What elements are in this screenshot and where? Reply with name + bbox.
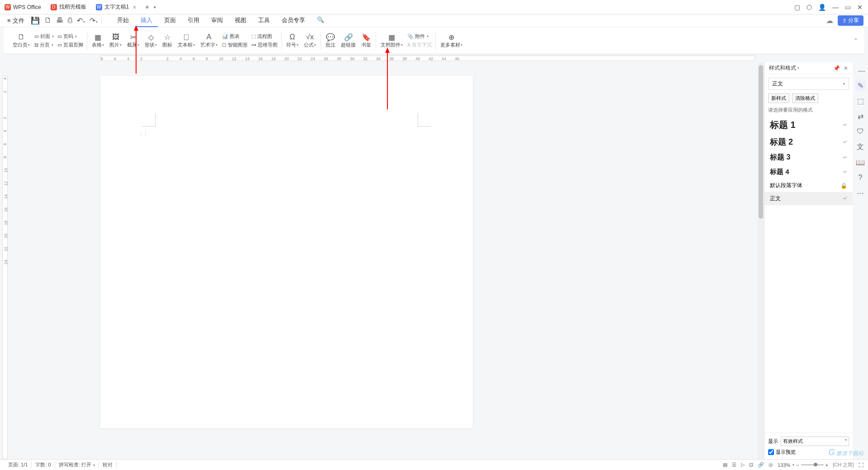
new-style-button[interactable]: 新样式 (768, 94, 789, 103)
rib-cover[interactable]: ▭封面▾ (34, 33, 54, 40)
rib-symbol[interactable]: Ω符号▾ (283, 33, 301, 48)
scroll-thumb[interactable] (759, 65, 763, 219)
rib-more[interactable]: ⊕更多素材▾ (438, 33, 465, 48)
ruler-horizontal[interactable]: 8642246810121416182022242628303234363840… (10, 54, 755, 62)
rib-hyperlink[interactable]: 🔗超链接 (338, 33, 359, 48)
rib-section[interactable]: ⊟分页▾ (34, 42, 54, 48)
rib-comment[interactable]: 💬批注 (323, 33, 338, 48)
fullscreen-icon[interactable]: ⛶ (859, 462, 863, 468)
tab-add-button[interactable]: + (142, 3, 153, 11)
maximize-icon[interactable]: ▭ (845, 4, 851, 11)
rib-bookmark[interactable]: 🔖书签 (359, 33, 374, 48)
style-item-标题 2[interactable]: 标题 2↵ (764, 134, 853, 150)
display-selector[interactable]: 有效样式▾ (781, 437, 849, 446)
protect-icon[interactable]: 🛡 (855, 127, 865, 136)
close-icon[interactable]: ✕ (857, 4, 863, 11)
tab-app[interactable]: W WPS Office (0, 1, 46, 14)
menu-reference[interactable]: 引用 (182, 14, 205, 27)
rib-page-num[interactable]: ▭页码▾ (57, 33, 83, 40)
rib-table[interactable]: ▦表格▾ (89, 33, 107, 48)
rib-header-footer[interactable]: ▭页眉页脚 (57, 42, 83, 48)
tab-document[interactable]: W 文字文稿1 × (91, 1, 142, 14)
save-icon[interactable]: 💾 (31, 16, 40, 25)
menu-member[interactable]: 会员专享 (276, 14, 311, 27)
status-spellcheck[interactable]: 拼写检查: 打开 ▾ (55, 461, 99, 468)
rib-attachment[interactable]: 📎附件▾ (407, 33, 432, 40)
translate-icon[interactable]: 文 (855, 142, 865, 152)
rib-flowchart[interactable]: ⬚流程图 (251, 33, 278, 40)
more-tools-icon[interactable]: ⋯ (855, 188, 865, 198)
print-quick-icon[interactable]: ⎙ (68, 16, 72, 25)
style-item-标题 4[interactable]: 标题 4↵ (764, 165, 853, 179)
tab-close-icon[interactable]: × (132, 4, 136, 11)
menu-search-icon[interactable]: 🔍 (311, 14, 330, 27)
style-item-标题 1[interactable]: 标题 1↵ (764, 116, 853, 134)
menu-review[interactable]: 审阅 (206, 14, 228, 27)
document-page[interactable]: ⋮⋮ (100, 76, 473, 428)
rib-mindmap[interactable]: ⊶思维导图 (251, 42, 278, 48)
share-button[interactable]: ⇪ 分享 (838, 15, 863, 26)
print-icon[interactable]: 🖶 (56, 16, 63, 25)
scrollbar-vertical[interactable] (758, 62, 764, 459)
rib-textbox[interactable]: ⎕文本框▾ (175, 33, 198, 48)
status-proofread[interactable]: 校对 (99, 461, 117, 468)
view-mode4-icon[interactable]: ⊡ (749, 462, 753, 468)
status-words[interactable]: 字数: 0 (32, 461, 55, 468)
rib-smartart[interactable]: ⬡智能图形 (222, 42, 248, 48)
cursor-handle[interactable]: ⋮⋮ (139, 131, 148, 136)
rib-shape[interactable]: ◇形状▾ (142, 33, 160, 48)
rib-wordart[interactable]: A艺术字▾ (198, 33, 220, 48)
style-default-font[interactable]: 默认段落字体 🔒 (764, 179, 853, 192)
cube-icon[interactable]: ⬡ (807, 4, 812, 11)
menu-view[interactable]: 视图 (229, 14, 252, 27)
zoom-slider[interactable] (801, 464, 824, 465)
focus-icon[interactable]: ◎ (769, 462, 773, 468)
redo-icon[interactable]: ↷▾ (90, 16, 98, 25)
style-body-text[interactable]: 正文 ↵ (764, 192, 853, 205)
rib-screenshot[interactable]: ✂截屏▾ (124, 33, 142, 48)
tab-template[interactable]: D 找稻壳模板 (46, 1, 91, 14)
rib-blank-page[interactable]: 🗋 空白页▾ (10, 33, 33, 48)
collapse-panel-icon[interactable]: — (858, 67, 865, 75)
rib-icon-btn[interactable]: ☆图标 (160, 33, 175, 48)
ime-status[interactable]: [CH 之简] (833, 461, 854, 468)
view-mode3-icon[interactable]: ▷ (741, 462, 745, 468)
rib-dropcap[interactable]: A首字下沉 (407, 42, 432, 48)
edit-tool-icon[interactable]: ✎ (855, 80, 865, 90)
menu-insert[interactable]: 插入 (135, 14, 158, 27)
document-canvas[interactable]: ⋮⋮ (10, 62, 758, 459)
link-icon[interactable]: 🔗 (758, 462, 764, 468)
tab-add-dropdown[interactable]: ▾ (154, 5, 156, 9)
rib-chart[interactable]: 📊图表 (222, 33, 248, 40)
zoom-in-icon[interactable]: + (826, 462, 828, 468)
help-icon[interactable]: ? (855, 173, 865, 183)
cloud-icon[interactable]: ☁ (826, 16, 833, 25)
view-mode2-icon[interactable]: ☰ (732, 462, 736, 468)
pin-icon[interactable]: 📌 (833, 65, 840, 71)
style-selector[interactable]: 正文 ▾ (768, 78, 849, 90)
style-item-标题 3[interactable]: 标题 3↵ (764, 150, 853, 165)
menu-start[interactable]: 开始 (112, 14, 134, 27)
zoom-control[interactable]: 133% ▾ − + (778, 462, 828, 468)
transfer-icon[interactable]: ⇄ (855, 111, 865, 121)
clear-format-button[interactable]: 清除格式 (792, 94, 818, 103)
book-icon[interactable]: 📖 (855, 157, 865, 167)
minimize-icon[interactable]: — (832, 4, 839, 11)
select-tool-icon[interactable]: ⬚ (855, 96, 865, 106)
rib-equation[interactable]: √x公式▾ (301, 33, 319, 48)
menu-tools[interactable]: 工具 (253, 14, 275, 27)
view-mode1-icon[interactable]: ▤ (723, 462, 727, 468)
ruler-vertical[interactable]: 4224681012141618202224 (0, 62, 10, 459)
print-preview-icon[interactable]: 🗋 (44, 16, 52, 25)
rib-picture[interactable]: 🖼图片▾ (107, 33, 124, 48)
rib-docparts[interactable]: ▦文档部件▾ (378, 33, 406, 48)
ribbon-collapse-icon[interactable]: ⌃ (854, 38, 858, 44)
reading-mode-icon[interactable]: ▢ (794, 4, 800, 11)
menu-page[interactable]: 页面 (159, 14, 181, 27)
panel-close-icon[interactable]: ✕ (844, 65, 848, 71)
user-icon[interactable]: 👤 (818, 4, 826, 11)
zoom-out-icon[interactable]: − (796, 462, 799, 468)
status-page[interactable]: 页面: 1/1 (5, 461, 32, 468)
file-menu-button[interactable]: ≡ 文件 (5, 17, 27, 25)
undo-icon[interactable]: ↶▾ (77, 16, 85, 25)
